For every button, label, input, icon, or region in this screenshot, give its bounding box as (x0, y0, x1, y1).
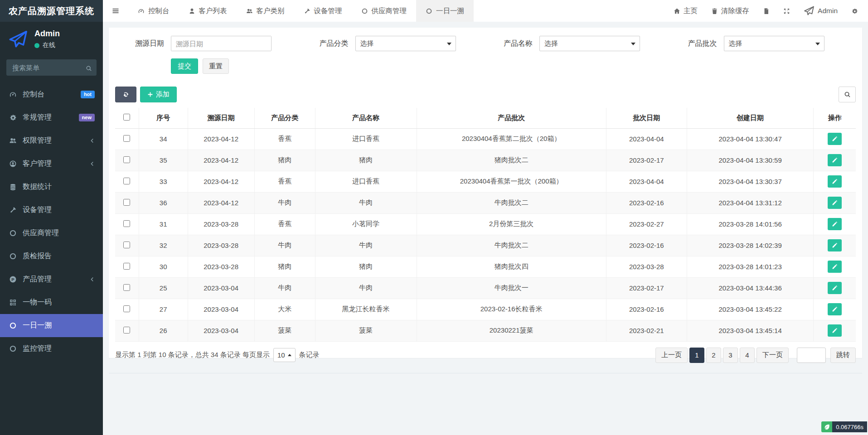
sidebar-item-product[interactable]: 产品管理 (0, 268, 103, 291)
category-select[interactable]: 选择 (355, 36, 456, 51)
sidebar-item-statistics[interactable]: 数据统计 (0, 175, 103, 198)
edit-button[interactable] (828, 218, 842, 230)
jump-button[interactable]: 跳转 (830, 348, 856, 363)
hamburger-menu-icon[interactable] (103, 0, 128, 22)
refresh-button[interactable] (115, 87, 136, 102)
add-button[interactable]: 添加 (140, 87, 177, 102)
col-batch-date: 批次日期 (606, 108, 687, 128)
circle-o-icon (9, 322, 17, 329)
tab-customer-category[interactable]: 客户类别 (237, 0, 294, 22)
cell-trace-date: 2023-03-04 (188, 299, 254, 320)
tab-device[interactable]: 设备管理 (294, 0, 352, 22)
cell-created: 2023-03-28 14:01:23 (687, 256, 813, 277)
row-checkbox[interactable] (123, 263, 130, 270)
cell-created: 2023-03-04 13:45:14 (687, 320, 813, 341)
expand-icon (783, 8, 790, 14)
edit-button[interactable] (828, 261, 842, 273)
edit-button[interactable] (828, 133, 842, 145)
prev-page-button[interactable]: 上一页 (655, 348, 688, 363)
sidebar-item-customer[interactable]: 客户管理 (0, 152, 103, 175)
user-icon (189, 8, 195, 14)
edit-button[interactable] (828, 324, 842, 337)
reset-button[interactable]: 重置 (203, 58, 229, 74)
row-checkbox[interactable] (123, 178, 130, 184)
cell-seq: 33 (139, 171, 188, 192)
cell-created: 2023-04-04 13:30:59 (687, 150, 813, 171)
row-checkbox[interactable] (123, 327, 130, 334)
trace-date-input[interactable] (171, 36, 271, 51)
tab-customer-list[interactable]: 客户列表 (179, 0, 237, 22)
sidebar-item-onecode[interactable]: 一物一码 (0, 291, 103, 314)
cell-trace-date: 2023-04-12 (188, 171, 254, 192)
sidebar-item-device[interactable]: 设备管理 (0, 198, 103, 222)
tab-daily-trace[interactable]: 一日一溯 (416, 0, 474, 22)
select-all-checkbox[interactable] (123, 114, 130, 121)
row-checkbox[interactable] (123, 242, 130, 248)
cell-trace-date: 2023-03-04 (188, 277, 254, 299)
row-checkbox[interactable] (123, 156, 130, 163)
edit-button[interactable] (828, 154, 842, 166)
pencil-icon (832, 200, 838, 206)
sidebar-menu: 控制台hot 常规管理new 权限管理 客户管理 数据统计 设备管理 供应商管理… (0, 83, 103, 360)
row-checkbox[interactable] (123, 199, 130, 206)
page-size-select[interactable]: 10 (273, 348, 296, 362)
next-page-button[interactable]: 下一页 (756, 348, 789, 363)
content-divider (109, 373, 862, 373)
user-circle-icon (9, 160, 17, 168)
edit-button[interactable] (828, 197, 842, 209)
nav-tabs: 控制台 客户列表 客户类别 设备管理 供应商管理 一日一溯 (128, 0, 474, 22)
filter-buttons: 提交 重置 (109, 51, 862, 82)
plus-icon (147, 92, 153, 97)
sidebar-item-dashboard[interactable]: 控制台hot (0, 83, 103, 106)
settings-button[interactable] (851, 8, 858, 14)
edit-button[interactable] (828, 303, 842, 315)
profile-status: 在线 (34, 41, 60, 49)
app-title: 农产品溯源管理系统 (0, 0, 103, 22)
users-icon (9, 137, 17, 145)
product-batch-select[interactable]: 选择 (724, 36, 824, 51)
user-menu[interactable]: Admin (804, 5, 838, 16)
page-button-1[interactable]: 1 (689, 348, 704, 363)
chevron-down-icon (447, 43, 451, 45)
menu-search-input[interactable] (6, 59, 97, 76)
pencil-icon (832, 136, 838, 142)
edit-button[interactable] (828, 175, 842, 188)
row-checkbox[interactable] (123, 220, 130, 227)
cell-seq: 36 (139, 192, 188, 213)
table-row: 27 2023-03-04 大米 黑龙江长粒香米 2023-02-16长粒香米 … (115, 299, 856, 320)
jump-page-input[interactable] (797, 348, 826, 363)
cell-batch-date: 2023-02-27 (606, 213, 687, 235)
pencil-icon (832, 221, 838, 227)
clear-cache-link[interactable]: 清除缓存 (711, 6, 749, 16)
page-button-3[interactable]: 3 (723, 348, 738, 363)
page-button-2[interactable]: 2 (706, 348, 721, 363)
fullscreen-button[interactable] (783, 8, 790, 14)
submit-button[interactable]: 提交 (171, 58, 198, 74)
row-checkbox[interactable] (123, 135, 130, 142)
cell-name: 猪肉 (315, 256, 417, 277)
tab-supplier[interactable]: 供应商管理 (352, 0, 417, 22)
edit-button[interactable] (828, 282, 842, 294)
sidebar-item-inspection[interactable]: 质检报告 (0, 245, 103, 268)
cell-batch: 2023-02-16长粒香米 (417, 299, 606, 320)
search-icon (844, 91, 851, 98)
product-name-select[interactable]: 选择 (539, 36, 640, 51)
row-checkbox[interactable] (123, 305, 130, 312)
trash-icon (711, 8, 718, 14)
edit-button[interactable] (828, 239, 842, 251)
sidebar-item-auth[interactable]: 权限管理 (0, 129, 103, 152)
sidebar-item-supplier[interactable]: 供应商管理 (0, 222, 103, 245)
filter-category: 产品分类 选择 (298, 36, 482, 51)
sidebar-item-daily-trace[interactable]: 一日一溯 (0, 314, 103, 337)
menu-search (6, 59, 97, 76)
tab-dashboard[interactable]: 控制台 (128, 0, 179, 22)
cell-category: 猪肉 (254, 150, 315, 171)
sidebar-item-monitor[interactable]: 监控管理 (0, 337, 103, 360)
home-link[interactable]: 主页 (674, 6, 698, 16)
row-checkbox[interactable] (123, 284, 130, 291)
page-button-4[interactable]: 4 (740, 348, 755, 363)
gavel-icon (304, 8, 310, 14)
table-search-toggle-button[interactable] (839, 87, 856, 102)
sidebar-item-general[interactable]: 常规管理new (0, 106, 103, 129)
file-button[interactable] (763, 8, 770, 14)
